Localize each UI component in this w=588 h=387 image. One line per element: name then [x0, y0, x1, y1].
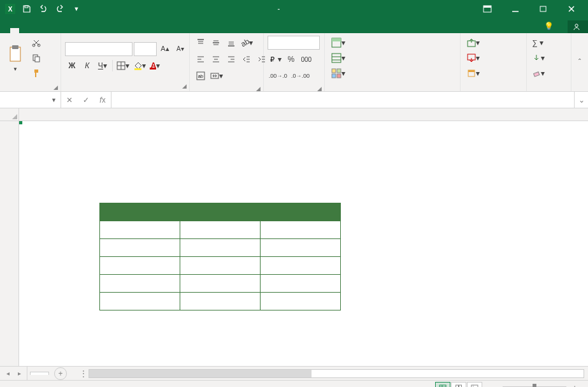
cancel-formula-button[interactable]: ✕ [61, 96, 78, 105]
clipboard-dialog-launcher[interactable]: ◢ [54, 84, 58, 91]
cell-styles-button[interactable]: ▾ [329, 66, 348, 80]
fill-handle[interactable] [19, 121, 22, 124]
page-layout-view-button[interactable] [451, 382, 466, 388]
cell[interactable] [180, 257, 261, 275]
cut-button[interactable] [29, 36, 43, 50]
sheet-tab[interactable] [30, 372, 49, 375]
name-box-dropdown[interactable]: ▼ [51, 97, 57, 103]
cell[interactable] [100, 239, 180, 257]
insert-cells-button[interactable]: ▾ [464, 36, 482, 50]
tab-file[interactable] [1, 28, 10, 33]
select-all-corner[interactable] [0, 108, 19, 121]
orientation-button[interactable]: ab▾ [240, 36, 254, 50]
cell[interactable] [180, 275, 261, 293]
align-right-button[interactable] [224, 52, 238, 66]
name-box[interactable]: ▼ [0, 92, 61, 108]
fill-button[interactable]: ▾ [531, 51, 546, 65]
delete-cells-button[interactable]: ▾ [464, 51, 482, 65]
tab-formulas[interactable] [37, 28, 46, 33]
percent-button[interactable]: % [284, 52, 298, 66]
sign-in-link[interactable] [560, 28, 568, 33]
cell[interactable] [261, 275, 341, 293]
table-header[interactable] [100, 203, 180, 221]
increase-font-button[interactable]: A▴ [158, 42, 172, 56]
tab-nav-first[interactable]: ◂ [3, 370, 13, 377]
tab-pagelayout[interactable] [28, 28, 37, 33]
copy-button[interactable] [29, 51, 43, 65]
decrease-font-button[interactable]: A▾ [173, 42, 187, 56]
data-table[interactable] [99, 203, 341, 310]
tab-view[interactable] [64, 28, 73, 33]
number-format-combo[interactable] [268, 36, 320, 50]
qat-customize-button[interactable]: ▼ [69, 2, 84, 16]
align-top-button[interactable] [194, 36, 208, 50]
underline-button[interactable]: Ч▾ [96, 59, 110, 73]
tab-nav-last[interactable]: ▸ [14, 370, 24, 377]
borders-button[interactable]: ▾ [115, 59, 131, 73]
decrease-indent-button[interactable] [240, 52, 254, 66]
zoom-out-button[interactable]: − [490, 384, 499, 388]
paste-button[interactable]: ▼ [4, 43, 27, 73]
worksheet-area[interactable] [0, 121, 588, 366]
align-middle-button[interactable] [209, 36, 223, 50]
alignment-dialog-launcher[interactable]: ◢ [256, 85, 261, 92]
font-dialog-launcher[interactable]: ◢ [182, 83, 187, 89]
tab-addins[interactable] [82, 28, 90, 33]
cell[interactable] [100, 221, 180, 239]
align-center-button[interactable] [209, 52, 223, 66]
close-button[interactable] [557, 0, 585, 18]
increase-decimal-button[interactable]: .00→.0 [268, 69, 289, 83]
save-button[interactable] [19, 2, 34, 16]
cell[interactable] [261, 239, 341, 257]
tab-developer[interactable] [73, 28, 82, 33]
page-break-view-button[interactable] [467, 382, 482, 388]
tab-home[interactable] [10, 28, 19, 33]
conditional-formatting-button[interactable]: ▾ [329, 36, 348, 50]
italic-button[interactable]: К [80, 59, 94, 73]
align-left-button[interactable] [194, 52, 208, 66]
cell[interactable] [180, 239, 261, 257]
enter-formula-button[interactable]: ✓ [78, 96, 94, 105]
format-cells-button[interactable]: ▾ [464, 66, 482, 80]
tab-review[interactable] [55, 28, 64, 33]
table-header[interactable] [180, 203, 261, 221]
comma-button[interactable]: 000 [299, 52, 313, 66]
cell[interactable] [261, 257, 341, 275]
autosum-button[interactable]: ∑ ▾ [531, 36, 545, 50]
name-box-input[interactable] [4, 96, 48, 105]
accounting-format-button[interactable]: ₽▾ [268, 52, 283, 66]
undo-button[interactable] [36, 2, 51, 16]
table-header[interactable] [261, 203, 341, 221]
cell[interactable] [100, 257, 180, 275]
cell[interactable] [100, 293, 180, 310]
cell[interactable] [261, 293, 341, 310]
new-sheet-button[interactable]: + [54, 367, 67, 380]
cell[interactable] [180, 221, 261, 239]
tell-me-search[interactable]: 💡 [540, 19, 560, 33]
share-button[interactable] [568, 20, 588, 33]
font-size-combo[interactable] [134, 42, 157, 56]
cell[interactable] [180, 293, 261, 310]
tab-powerpivot[interactable] [90, 28, 99, 33]
zoom-in-button[interactable]: + [570, 384, 579, 388]
number-dialog-launcher[interactable]: ◢ [317, 85, 322, 92]
wrap-text-button[interactable]: ab [194, 69, 208, 83]
collapse-ribbon-button[interactable]: ˆ [571, 33, 588, 91]
font-name-combo[interactable] [65, 42, 133, 56]
cell[interactable] [261, 221, 341, 239]
normal-view-button[interactable] [435, 382, 450, 388]
tab-team[interactable] [99, 28, 108, 33]
fill-color-button[interactable]: ▾ [132, 59, 147, 73]
decrease-decimal-button[interactable]: .0→.00 [290, 69, 311, 83]
expand-formula-bar-button[interactable]: ⌄ [574, 92, 588, 108]
minimize-button[interactable] [501, 0, 529, 18]
format-as-table-button[interactable]: ▾ [329, 51, 348, 65]
font-color-button[interactable]: A▾ [148, 59, 162, 73]
format-painter-button[interactable] [29, 66, 43, 80]
redo-button[interactable] [52, 2, 68, 16]
excel-app-icon[interactable]: X [3, 2, 18, 16]
clear-button[interactable]: ▾ [531, 66, 546, 80]
bold-button[interactable]: Ж [65, 59, 79, 73]
align-bottom-button[interactable] [224, 36, 238, 50]
insert-function-button[interactable]: fx [94, 96, 111, 105]
